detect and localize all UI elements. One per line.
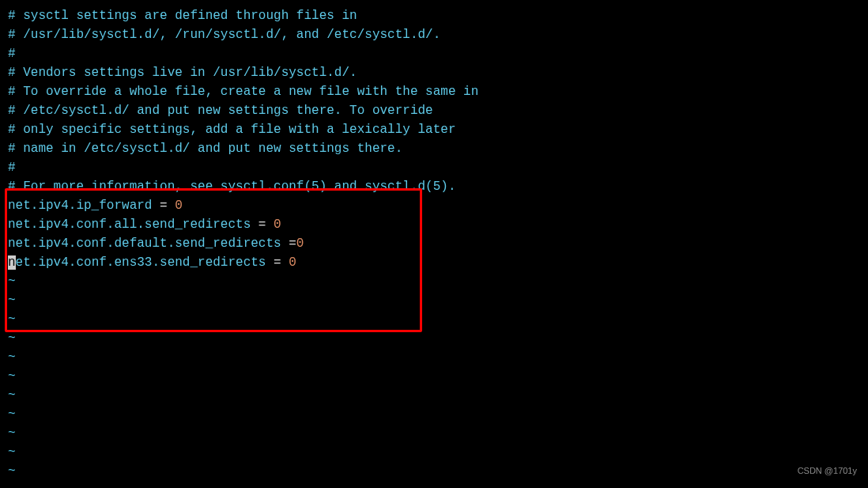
empty-line-tilde: ~	[8, 367, 860, 386]
setting-key: net.ipv4.conf.default.send_redirects	[8, 236, 281, 251]
comment-line: # Vendors settings live in /usr/lib/sysc…	[8, 63, 860, 82]
comment-line: # /usr/lib/sysctl.d/, /run/sysctl.d/, an…	[8, 25, 860, 44]
empty-line-tilde: ~	[8, 405, 860, 424]
comment-line: # sysctl settings are defined through fi…	[8, 6, 860, 25]
setting-line: net.ipv4.conf.default.send_redirects =0	[8, 234, 860, 253]
setting-key: net.ipv4.conf.all.send_redirects	[8, 218, 251, 232]
equals-sign: =	[266, 255, 289, 270]
empty-line-tilde: ~	[8, 329, 860, 348]
cursor-icon: n	[8, 255, 16, 270]
comment-line: # For more information, see sysctl.conf(…	[8, 177, 860, 196]
empty-line-tilde: ~	[8, 272, 860, 291]
comment-line: # To override a whole file, create a new…	[8, 82, 860, 101]
empty-line-tilde: ~	[8, 348, 860, 367]
comment-line: # /etc/sysctl.d/ and put new settings th…	[8, 101, 860, 120]
comment-line: #	[8, 44, 860, 63]
watermark-text: CSDN @1701y	[798, 461, 857, 480]
equals-sign: =	[251, 218, 274, 232]
empty-line-tilde: ~	[8, 443, 860, 462]
setting-line-cursor: net.ipv4.conf.ens33.send_redirects = 0	[8, 253, 860, 272]
setting-value: 0	[296, 236, 304, 251]
equals-sign: =	[152, 199, 175, 213]
empty-line-tilde: ~	[8, 424, 860, 443]
setting-value: 0	[289, 255, 296, 270]
comment-line: # only specific settings, add a file wit…	[8, 120, 860, 139]
comment-line: #	[8, 158, 860, 177]
setting-line: net.ipv4.conf.all.send_redirects = 0	[8, 215, 860, 234]
setting-value: 0	[175, 199, 183, 213]
setting-value: 0	[274, 218, 281, 232]
empty-line-tilde: ~	[8, 386, 860, 405]
setting-key: net.ipv4.ip_forward	[8, 199, 152, 213]
comment-line: # name in /etc/sysctl.d/ and put new set…	[8, 139, 860, 158]
empty-line-tilde: ~	[8, 291, 860, 310]
editor-content[interactable]: # sysctl settings are defined through fi…	[8, 6, 860, 481]
empty-line-tilde: ~	[8, 310, 860, 329]
setting-key: et.ipv4.conf.ens33.send_redirects	[16, 255, 266, 270]
equals-sign: =	[281, 236, 296, 251]
setting-line: net.ipv4.ip_forward = 0	[8, 196, 860, 215]
empty-line-tilde: ~	[8, 462, 860, 481]
